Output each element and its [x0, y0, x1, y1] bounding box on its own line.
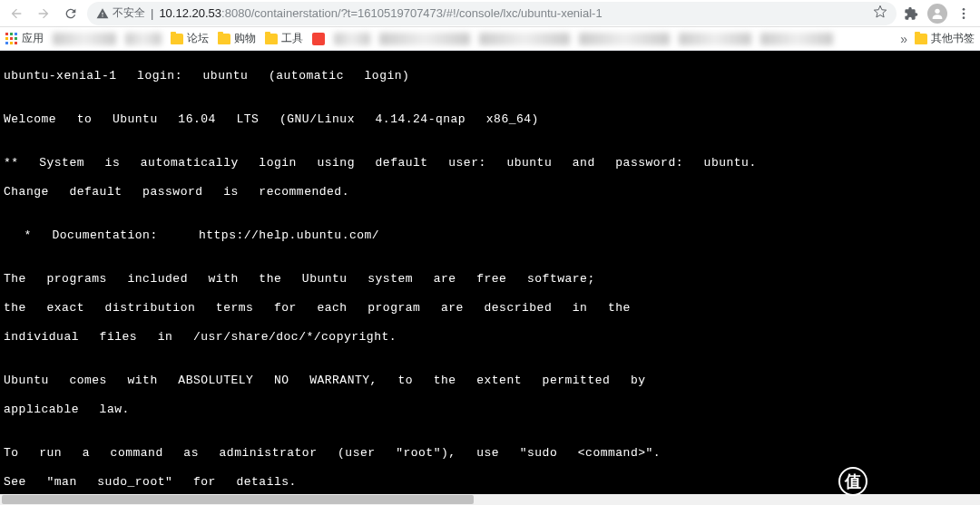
red-icon	[312, 33, 325, 45]
terminal-line: ubuntu-xenial-1 login: ubuntu (automatic…	[4, 69, 976, 83]
bookmark-blurred-1[interactable]	[53, 33, 116, 45]
terminal-console[interactable]: ubuntu-xenial-1 login: ubuntu (automatic…	[0, 51, 980, 494]
profile-avatar[interactable]	[927, 4, 947, 24]
security-warning: 不安全	[96, 5, 145, 21]
terminal-line: The programs included with the Ubuntu sy…	[4, 272, 976, 286]
bookmark-shopping[interactable]: 购物	[218, 31, 256, 46]
terminal-line: ** System is automatically login using d…	[4, 156, 976, 170]
terminal-line: the exact distribution terms for each pr…	[4, 301, 976, 316]
apps-icon	[5, 33, 18, 45]
terminal-line: Welcome to Ubuntu 16.04 LTS (GNU/Linux 4…	[4, 112, 976, 127]
svg-point-1	[963, 8, 965, 11]
star-icon[interactable]	[873, 5, 887, 22]
overflow-icon[interactable]: »	[900, 32, 907, 46]
terminal-line: individual files in /usr/share/doc/*/cop…	[4, 330, 976, 345]
apps-button[interactable]: 应用	[5, 31, 44, 46]
security-warning-text: 不安全	[113, 5, 145, 21]
terminal-line: To run a command as administrator (user …	[4, 446, 976, 461]
bookmark-blurred-5[interactable]	[479, 33, 570, 45]
bookmark-blurred-8[interactable]	[760, 33, 833, 45]
menu-icon[interactable]	[955, 5, 973, 23]
terminal-line: Ubuntu comes with ABSOLUTELY NO WARRANTY…	[4, 374, 976, 388]
folder-icon	[265, 34, 278, 44]
terminal-line: * Documentation: https://help.ubuntu.com…	[4, 228, 976, 243]
watermark-logo: 值	[838, 467, 867, 496]
horizontal-scrollbar[interactable]	[0, 494, 980, 505]
bookmark-blurred-2[interactable]	[125, 33, 162, 45]
svg-point-0	[935, 8, 939, 13]
bookmark-blurred-4[interactable]	[379, 33, 470, 45]
extensions-icon[interactable]	[902, 5, 920, 23]
folder-icon	[915, 34, 927, 44]
bookmark-tools[interactable]: 工具	[265, 31, 303, 46]
toolbar-right	[902, 4, 975, 24]
svg-point-2	[963, 12, 965, 15]
apps-label: 应用	[22, 31, 44, 46]
svg-point-3	[963, 16, 965, 19]
bookmark-forum[interactable]: 论坛	[171, 31, 209, 46]
url-text: 10.12.20.53:8080/containerstation/?t=161…	[159, 6, 602, 20]
watermark-text: 什么值得买	[871, 468, 971, 495]
bookmark-red[interactable]	[312, 33, 325, 45]
bookmark-blurred-3[interactable]	[334, 33, 370, 45]
browser-toolbar: 不安全 | 10.12.20.53:8080/containerstation/…	[0, 0, 980, 27]
watermark: 值 什么值得买	[838, 467, 971, 496]
folder-icon	[171, 34, 183, 44]
terminal-line: See "man sudo_root" for details.	[4, 475, 976, 490]
bookmark-blurred-6[interactable]	[579, 33, 670, 45]
folder-icon	[218, 34, 230, 44]
terminal-line: Change default password is recommended.	[4, 185, 976, 199]
other-bookmarks[interactable]: 其他书签	[915, 31, 975, 46]
scrollbar-thumb[interactable]	[2, 495, 474, 504]
address-bar[interactable]: 不安全 | 10.12.20.53:8080/containerstation/…	[87, 2, 897, 25]
forward-button[interactable]	[33, 3, 54, 24]
reload-button[interactable]	[60, 3, 82, 24]
bookmark-bar: 应用 论坛 购物 工具 » 其他书签	[0, 27, 980, 51]
bookmark-blurred-7[interactable]	[679, 33, 751, 45]
back-button[interactable]	[5, 3, 27, 24]
terminal-line: applicable law.	[4, 403, 976, 417]
